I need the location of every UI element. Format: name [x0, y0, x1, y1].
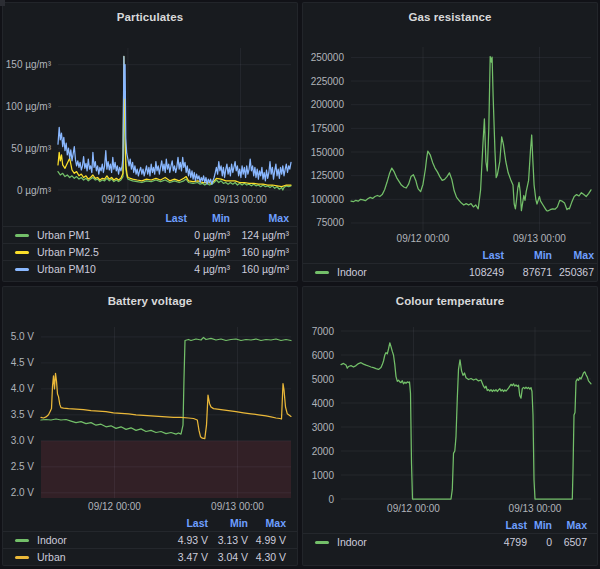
- series-color-dash-icon: [315, 541, 329, 544]
- legend-value: 4.93 V: [153, 534, 208, 546]
- screen-corner-artifact: [0, 0, 5, 6]
- legend-sort-max[interactable]: Max: [552, 249, 594, 261]
- y-axis-tick-label: 4000: [312, 398, 335, 409]
- legend-sort-last[interactable]: Last: [153, 517, 208, 529]
- legend-item-indoor[interactable]: Indoor: [3, 534, 153, 546]
- panel-particulates: Particulates 0 µg/m³50 µg/m³100 µg/m³150…: [2, 2, 298, 282]
- legend-value: 250367: [552, 266, 594, 278]
- legend-sort-min[interactable]: Min: [504, 249, 552, 261]
- legend-row-urban-pm10: Urban PM104 µg/m³160 µg/m³: [3, 260, 297, 277]
- panel-colour-temperature: Colour temperature 010002000300040005000…: [302, 286, 598, 566]
- colour-temperature-chart[interactable]: 0100020003000400050006000700009/12 00:00…: [303, 327, 597, 515]
- y-axis-tick-label: 5.0 V: [11, 331, 35, 342]
- y-axis-tick-label: 4.5 V: [11, 357, 35, 368]
- x-axis-tick-label: 09/13 00:00: [509, 503, 562, 514]
- legend-value: 160 µg/m³: [230, 246, 289, 258]
- series-line-indoor: [341, 343, 591, 499]
- panel-battery-voltage: Battery voltage 2.0 V2.5 V3.0 V3.5 V4.0 …: [2, 286, 298, 566]
- battery-voltage-chart[interactable]: 2.0 V2.5 V3.0 V3.5 V4.0 V4.5 V5.0 V09/12…: [3, 327, 297, 513]
- legend-value: 108249: [449, 266, 504, 278]
- legend-value: 160 µg/m³: [230, 263, 289, 275]
- legend-value: 3.47 V: [153, 551, 208, 563]
- legend-label: Urban: [37, 551, 66, 563]
- y-axis-tick-label: 6000: [312, 350, 335, 361]
- legend-row-indoor: Indoor4.93 V3.13 V4.99 V: [3, 531, 297, 548]
- legend-sort-last[interactable]: Last: [449, 249, 504, 261]
- legend-header-row: LastMinMax: [303, 517, 597, 533]
- legend-value: 0 µg/m³: [187, 229, 230, 241]
- series-line-urban-pm10: [58, 56, 291, 184]
- y-axis-tick-label: 3.5 V: [11, 409, 35, 420]
- y-axis-tick-label: 200000: [311, 99, 345, 110]
- y-axis-tick-label: 75000: [316, 217, 344, 228]
- legend-header-row: LastMinMax: [3, 515, 297, 531]
- dashboard: Particulates 0 µg/m³50 µg/m³100 µg/m³150…: [0, 0, 600, 568]
- legend-item-urban-pm10[interactable]: Urban PM10: [3, 263, 132, 275]
- y-axis-tick-label: 4.0 V: [11, 383, 35, 394]
- legend-row-indoor: Indoor479906507: [303, 533, 597, 550]
- legend-item-urban-pm2-5[interactable]: Urban PM2.5: [3, 246, 132, 258]
- series-color-dash-icon: [15, 268, 29, 271]
- legend-value: 4.30 V: [248, 551, 286, 563]
- y-axis-tick-label: 7000: [312, 327, 335, 337]
- x-axis-tick-label: 09/13 00:00: [513, 233, 566, 244]
- y-axis-tick-label: 1000: [312, 470, 335, 481]
- legend-sort-min[interactable]: Min: [208, 517, 248, 529]
- battery-voltage-legend: LastMinMaxIndoor4.93 V3.13 V4.99 VUrban3…: [3, 515, 297, 565]
- legend-value: 87671: [504, 266, 552, 278]
- y-axis-tick-label: 2.5 V: [11, 461, 35, 472]
- y-axis-tick-label: 100000: [311, 194, 345, 205]
- legend-value: 4 µg/m³: [187, 263, 230, 275]
- legend-label: Urban PM1: [37, 229, 90, 241]
- legend-sort-min[interactable]: Min: [527, 519, 552, 531]
- particulates-chart[interactable]: 0 µg/m³50 µg/m³100 µg/m³150 µg/m³09/12 0…: [3, 43, 297, 208]
- y-axis-tick-label: 2000: [312, 446, 335, 457]
- x-axis-tick-label: 09/12 00:00: [88, 501, 141, 512]
- y-axis-tick-label: 150 µg/m³: [6, 59, 52, 70]
- y-axis-tick-label: 100 µg/m³: [6, 101, 52, 112]
- legend-item-indoor[interactable]: Indoor: [303, 536, 472, 548]
- panel-title-gas-resistance[interactable]: Gas resistance: [303, 3, 597, 43]
- series-color-dash-icon: [315, 271, 329, 274]
- legend-sort-max[interactable]: Max: [552, 519, 587, 531]
- y-axis-tick-label: 2.0 V: [11, 487, 35, 498]
- series-line-urban: [41, 373, 291, 438]
- y-axis-tick-label: 0: [328, 494, 334, 505]
- legend-item-urban[interactable]: Urban: [3, 551, 153, 563]
- legend-label: Indoor: [337, 536, 367, 548]
- legend-item-urban-pm1[interactable]: Urban PM1: [3, 229, 132, 241]
- y-axis-tick-label: 3.0 V: [11, 435, 35, 446]
- legend-item-indoor[interactable]: Indoor: [303, 266, 449, 278]
- y-axis-tick-label: 225000: [311, 76, 345, 87]
- legend-row-urban-pm2-5: Urban PM2.54 µg/m³160 µg/m³: [3, 243, 297, 260]
- x-axis-tick-label: 09/12 00:00: [101, 194, 154, 205]
- legend-value: 6507: [552, 536, 587, 548]
- colour-temperature-legend: LastMinMaxIndoor479906507: [303, 517, 597, 550]
- legend-row-urban: Urban3.47 V3.04 V4.30 V: [3, 548, 297, 565]
- series-color-dash-icon: [15, 251, 29, 254]
- panel-title-colour-temperature[interactable]: Colour temperature: [303, 287, 597, 327]
- legend-sort-max[interactable]: Max: [248, 517, 286, 529]
- legend-label: Urban PM2.5: [37, 246, 99, 258]
- legend-value: 4.99 V: [248, 534, 286, 546]
- y-axis-tick-label: 175000: [311, 123, 345, 134]
- y-axis-tick-label: 3000: [312, 422, 335, 433]
- legend-label: Indoor: [37, 534, 67, 546]
- series-line-indoor: [351, 57, 591, 212]
- legend-value: 3.04 V: [208, 551, 248, 563]
- gas-resistance-chart[interactable]: 7500010000012500015000017500020000022500…: [303, 43, 597, 245]
- legend-value: 4799: [472, 536, 527, 548]
- y-axis-tick-label: 250000: [311, 52, 345, 63]
- panel-title-particulates[interactable]: Particulates: [3, 3, 297, 43]
- panel-gas-resistance: Gas resistance 7500010000012500015000017…: [302, 2, 598, 282]
- x-axis-tick-label: 09/12 00:00: [397, 233, 450, 244]
- panel-title-battery-voltage[interactable]: Battery voltage: [3, 287, 297, 327]
- y-axis-tick-label: 125000: [311, 170, 345, 181]
- legend-value: 124 µg/m³: [230, 229, 289, 241]
- x-axis-tick-label: 09/13 00:00: [214, 194, 267, 205]
- legend-sort-last[interactable]: Last: [472, 519, 527, 531]
- legend-sort-max[interactable]: Max: [230, 212, 289, 224]
- legend-sort-min[interactable]: Min: [187, 212, 230, 224]
- legend-label: Indoor: [337, 266, 367, 278]
- legend-sort-last[interactable]: Last: [132, 212, 187, 224]
